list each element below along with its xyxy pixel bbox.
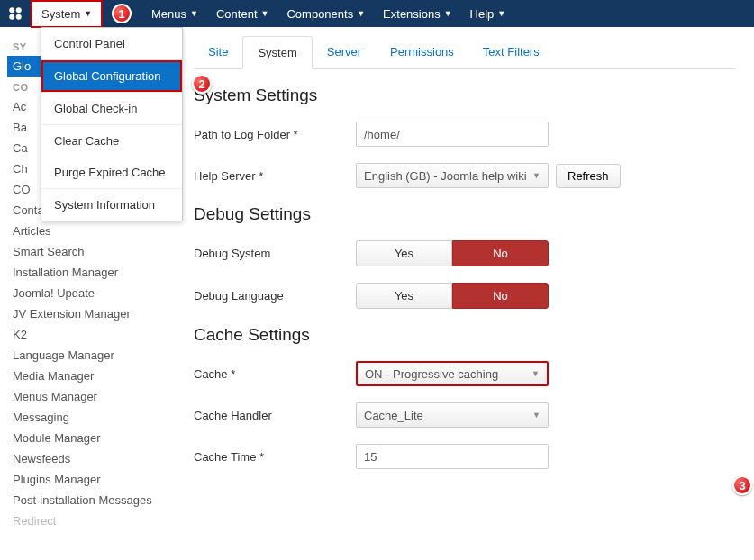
svg-point-0 bbox=[9, 7, 14, 13]
sidebar-item[interactable]: Messaging bbox=[13, 407, 176, 428]
annotation-badge-2: 2 bbox=[192, 74, 212, 94]
toggle-no[interactable]: No bbox=[452, 283, 549, 309]
caret-down-icon: ▼ bbox=[531, 369, 540, 378]
dd-global-config[interactable]: Global Configuration bbox=[41, 60, 182, 92]
help-server-label: Help Server * bbox=[194, 169, 356, 183]
svg-point-2 bbox=[9, 14, 14, 20]
dd-purge-expired[interactable]: Purge Expired Cache bbox=[41, 157, 182, 188]
tab-system[interactable]: System bbox=[242, 36, 312, 69]
sidebar-item[interactable]: Newsfeeds bbox=[13, 448, 176, 469]
caret-down-icon: ▼ bbox=[532, 411, 541, 420]
dd-control-panel[interactable]: Control Panel bbox=[41, 28, 182, 59]
cache-handler-label: Cache Handler bbox=[194, 409, 356, 422]
tabs: Site System Server Permissions Text Filt… bbox=[194, 36, 736, 69]
cache-handler-select[interactable]: Cache_Lite▼ bbox=[356, 402, 549, 428]
debug-language-label: Debug Language bbox=[194, 289, 356, 303]
svg-point-1 bbox=[16, 7, 22, 13]
section-system-title: System Settings bbox=[194, 86, 736, 105]
section-debug-title: Debug Settings bbox=[194, 204, 736, 224]
sidebar-item[interactable]: Media Manager bbox=[13, 366, 176, 386]
svg-point-3 bbox=[16, 14, 22, 20]
toggle-yes[interactable]: Yes bbox=[356, 283, 452, 309]
debug-system-toggle[interactable]: Yes No bbox=[356, 240, 549, 266]
sidebar-item[interactable]: Post-installation Messages bbox=[13, 490, 176, 510]
joomla-logo-icon bbox=[7, 5, 23, 22]
cache-time-input[interactable] bbox=[356, 444, 549, 469]
cache-time-label: Cache Time * bbox=[194, 450, 356, 464]
refresh-button[interactable]: Refresh bbox=[556, 164, 621, 188]
menu-system[interactable]: System▼ bbox=[31, 0, 103, 28]
caret-down-icon: ▼ bbox=[84, 9, 92, 18]
tab-text-filters[interactable]: Text Filters bbox=[468, 36, 554, 68]
toggle-yes[interactable]: Yes bbox=[356, 240, 452, 266]
tab-site[interactable]: Site bbox=[194, 36, 242, 68]
dd-clear-cache[interactable]: Clear Cache bbox=[41, 125, 182, 157]
sidebar-item[interactable]: Installation Manager bbox=[13, 262, 176, 283]
debug-language-toggle[interactable]: Yes No bbox=[356, 283, 549, 309]
log-folder-input[interactable] bbox=[356, 122, 549, 147]
section-cache-title: Cache Settings bbox=[194, 325, 736, 345]
debug-system-label: Debug System bbox=[194, 247, 356, 260]
sidebar-item[interactable]: JV Extension Manager bbox=[13, 303, 176, 324]
main-panel: Site System Server Permissions Text Filt… bbox=[176, 27, 754, 540]
sidebar-item[interactable]: K2 bbox=[13, 324, 176, 345]
log-folder-label: Path to Log Folder * bbox=[194, 128, 356, 141]
cache-select[interactable]: ON - Progressive caching▼ bbox=[356, 361, 549, 386]
menu-menus[interactable]: Menus▼ bbox=[142, 2, 207, 26]
tab-server[interactable]: Server bbox=[313, 36, 376, 68]
sidebar-item[interactable]: Menus Manager bbox=[13, 386, 176, 407]
help-server-select[interactable]: English (GB) - Joomla help wiki▼ bbox=[356, 163, 549, 188]
sidebar-item[interactable]: Plugins Manager bbox=[13, 469, 176, 490]
dd-system-info[interactable]: System Information bbox=[41, 189, 182, 221]
menu-extensions[interactable]: Extensions▼ bbox=[374, 2, 461, 26]
annotation-badge-3: 3 bbox=[732, 475, 752, 495]
cache-label: Cache * bbox=[194, 367, 356, 381]
tab-permissions[interactable]: Permissions bbox=[376, 36, 468, 68]
system-dropdown: Control Panel Global Configuration Globa… bbox=[41, 27, 183, 221]
sidebar-item[interactable]: Module Manager bbox=[13, 428, 176, 448]
toggle-no[interactable]: No bbox=[452, 240, 549, 266]
annotation-badge-1: 1 bbox=[112, 4, 132, 23]
sidebar-item[interactable]: Redirect bbox=[13, 510, 176, 531]
menu-content[interactable]: Content▼ bbox=[207, 2, 277, 26]
sidebar-item[interactable]: Language Manager bbox=[13, 345, 176, 366]
dd-global-checkin[interactable]: Global Check-in bbox=[41, 93, 182, 124]
sidebar-item[interactable]: Smart Search bbox=[13, 241, 176, 262]
sidebar-item[interactable]: Joomla! Update bbox=[13, 283, 176, 303]
sidebar-item[interactable]: Articles bbox=[13, 221, 176, 241]
menu-help[interactable]: Help▼ bbox=[461, 2, 515, 26]
caret-down-icon: ▼ bbox=[532, 171, 541, 180]
menu-components[interactable]: Components▼ bbox=[277, 2, 374, 26]
